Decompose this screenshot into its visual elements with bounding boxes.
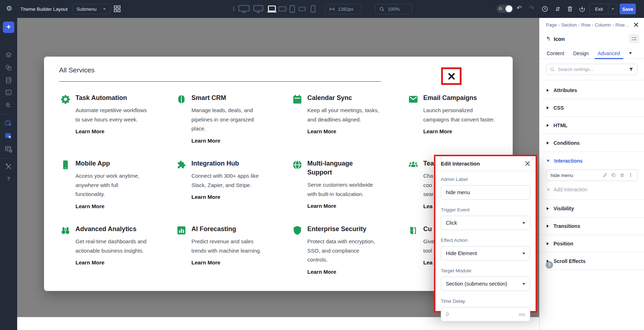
exit-dropdown-button[interactable] <box>608 4 617 14</box>
tools-icon[interactable] <box>5 163 13 171</box>
breakpoint-tablet-landscape-icon[interactable] <box>278 6 287 12</box>
section-css[interactable]: CSS <box>540 99 644 117</box>
add-interaction-button[interactable]: + Add Interaction <box>540 181 644 200</box>
service-title: Smart CRM <box>191 94 254 102</box>
service-card: Advanced Analytics Get real-time dashboa… <box>60 225 176 290</box>
panel-close-icon[interactable] <box>634 22 639 27</box>
quick-actions-button[interactable] <box>629 34 639 43</box>
breakpoint-phone-icon[interactable] <box>311 5 316 13</box>
builder-settings-gear-icon[interactable]: ⚙ <box>6 5 12 12</box>
zoom-level-value: 100% <box>388 6 400 12</box>
learn-more-link[interactable]: Learn More <box>191 259 220 266</box>
learn-more-link[interactable]: Learn More <box>307 269 336 275</box>
sidebar-help-icon[interactable]: ? <box>7 176 10 182</box>
learn-more-link[interactable]: Learn More <box>423 128 452 134</box>
breakpoint-widescreen-icon[interactable] <box>238 5 250 13</box>
delete-trash-icon[interactable] <box>620 173 625 178</box>
service-description: Predict revenue and salestrends with mac… <box>191 237 261 255</box>
toolbar-drag-handle-icon[interactable]: ⋮ <box>231 5 237 13</box>
effect-action-select[interactable]: Hide Element <box>441 246 530 260</box>
breakpoint-tablet-icon[interactable] <box>289 5 295 13</box>
tab-design[interactable]: Design <box>573 51 589 56</box>
learn-more-link[interactable]: Learn More <box>191 138 220 144</box>
section-html[interactable]: HTML <box>540 117 644 134</box>
edit-pencil-icon[interactable] <box>602 173 608 178</box>
learn-more-link[interactable]: Lea <box>423 203 433 209</box>
breadcrumb-item[interactable]: Section <box>561 22 577 28</box>
service-card: Email Campaigns Launch personalizedcampa… <box>408 94 524 159</box>
tab-content[interactable]: Content <box>547 51 564 56</box>
breadcrumb-item[interactable]: Row… <box>615 22 629 28</box>
builder-mode-toggle[interactable]: ⚙ <box>497 5 513 13</box>
section-visibility[interactable]: Visibility <box>540 200 644 217</box>
more-options-kebab-icon[interactable]: ⋮ <box>628 173 633 178</box>
tab-advanced[interactable]: Advanced <box>598 51 620 56</box>
database-icon[interactable] <box>5 76 13 84</box>
chevron-down-icon <box>611 8 614 10</box>
layout-select-dropdown[interactable]: Submenu <box>72 4 110 14</box>
learn-more-link[interactable]: Lea <box>423 259 433 266</box>
trigger-event-select[interactable]: Click <box>441 216 530 230</box>
learn-more-link[interactable]: Learn More <box>75 128 104 134</box>
breakpoint-laptop-icon[interactable] <box>267 5 277 13</box>
gear-icon <box>60 94 71 105</box>
layers-icon[interactable] <box>5 51 13 59</box>
target-module-select[interactable]: Section (submenu section) <box>441 277 530 291</box>
submenu-close-button[interactable] <box>441 67 462 85</box>
add-module-button[interactable]: + <box>3 21 14 33</box>
tabs-dropdown-icon[interactable] <box>629 52 632 54</box>
layout-settings-gear-icon[interactable] <box>4 145 13 153</box>
design-presets-icon[interactable] <box>5 64 13 72</box>
redo-icon[interactable]: ↷ <box>529 5 534 12</box>
puzzle-icon <box>176 159 187 170</box>
panel-help-icon[interactable]: ? <box>546 261 553 269</box>
exit-button[interactable]: Exit <box>590 4 608 14</box>
section-interactions[interactable]: Interactions <box>540 152 644 169</box>
learn-more-link[interactable]: Learn More <box>75 203 104 209</box>
filter-funnel-icon[interactable] <box>629 67 634 72</box>
service-title: Mobile App <box>75 159 139 168</box>
section-transitions[interactable]: Transitions <box>540 217 644 235</box>
modal-close-icon[interactable] <box>525 161 530 166</box>
trash-icon[interactable] <box>566 5 574 13</box>
undo-icon[interactable]: ↶ <box>517 5 522 12</box>
service-description: Access your work anytime,anywhere with f… <box>75 171 139 199</box>
section-conditions[interactable]: Conditions <box>540 134 644 152</box>
learn-more-link[interactable]: Learn More <box>75 259 104 266</box>
duplicate-icon[interactable] <box>611 173 616 178</box>
caret-right-icon <box>547 89 549 92</box>
learn-more-link[interactable]: Learn More <box>191 194 220 200</box>
layout-grid-icon[interactable] <box>114 5 121 13</box>
section-scroll-effects[interactable]: Scroll Effects <box>540 253 644 270</box>
learn-more-link[interactable]: Learn More <box>307 128 336 134</box>
breadcrumb-item[interactable]: Column <box>595 22 611 28</box>
chevron-down-icon <box>522 283 525 285</box>
module-card-icon[interactable] <box>5 89 13 96</box>
section-attributes[interactable]: Attributes <box>540 82 644 99</box>
settings-search-input[interactable] <box>558 67 626 72</box>
learn-more-link[interactable]: Learn More <box>307 203 336 209</box>
breadcrumb-item[interactable]: Row <box>581 22 590 28</box>
interactions-pointer-filled-icon[interactable] <box>4 131 13 140</box>
back-arrow-icon[interactable]: ↰ <box>546 35 551 42</box>
time-delay-field: ms <box>441 307 530 321</box>
zoom-level-input[interactable]: 100% <box>375 4 412 14</box>
canvas-width-input[interactable]: 1382px <box>325 4 361 14</box>
time-delay-label: Time Delay <box>441 298 530 304</box>
breakpoint-desktop-icon[interactable] <box>253 5 263 13</box>
section-position[interactable]: Position <box>540 235 644 253</box>
time-delay-input[interactable] <box>446 311 519 317</box>
portability-power-icon[interactable] <box>579 5 586 13</box>
admin-label-input[interactable] <box>441 185 530 200</box>
effect-action-value: Hide Element <box>446 250 477 256</box>
breadcrumb-item[interactable]: Page <box>546 22 557 28</box>
save-button[interactable]: Save <box>620 4 636 14</box>
wireframe-rows-icon[interactable] <box>5 101 13 109</box>
canvas-width-value: 1382px <box>338 6 353 12</box>
interaction-item[interactable]: hide menu ⋮ <box>546 169 638 181</box>
history-clock-icon[interactable] <box>541 5 548 13</box>
breakpoint-phone-landscape-icon[interactable] <box>298 6 306 11</box>
interactions-pointer-icon[interactable] <box>4 119 13 128</box>
sort-arrows-icon[interactable] <box>554 5 561 13</box>
trigger-event-value: Click <box>446 220 457 226</box>
